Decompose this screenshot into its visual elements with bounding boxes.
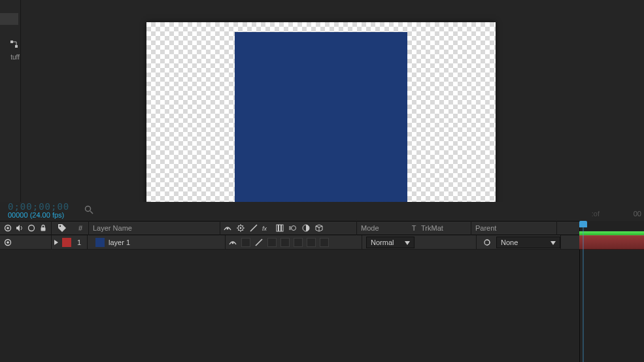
svg-text:fx: fx	[262, 225, 267, 232]
collapse-icon[interactable]	[236, 223, 245, 233]
layer-shy-switch[interactable]	[228, 238, 237, 247]
svg-point-22	[7, 241, 9, 244]
svg-rect-17	[278, 225, 279, 231]
svg-rect-0	[10, 41, 13, 43]
composition-viewer	[21, 0, 644, 221]
svg-point-8	[7, 227, 9, 229]
parent-column-header[interactable]: Parent	[471, 224, 556, 232]
timeline-body[interactable]	[0, 250, 644, 362]
timeline-column-header: # Layer Name fx Mode T TrkMat Parent	[0, 221, 644, 235]
current-timecode[interactable]: 0;00;00;00	[8, 201, 69, 212]
parent-dropdown[interactable]: None	[496, 237, 560, 248]
svg-rect-1	[15, 45, 18, 48]
panel-label-fragment: tuff	[0, 54, 20, 63]
frame-blend-icon[interactable]	[275, 223, 284, 233]
svg-point-12	[227, 228, 229, 230]
layer-switches	[226, 238, 362, 247]
layer-type-icon	[95, 238, 105, 247]
motion-blur-icon[interactable]	[288, 223, 297, 233]
svg-point-14	[240, 227, 242, 229]
layer-motion-blur-switch[interactable]	[294, 238, 303, 247]
quality-icon[interactable]	[249, 223, 258, 233]
layer-duration-bar[interactable]	[579, 235, 644, 250]
solid-layer-preview[interactable]	[235, 32, 407, 210]
lock-column-icon[interactable]	[39, 224, 47, 232]
three-d-icon[interactable]	[314, 223, 324, 233]
layer-collapse-switch[interactable]	[241, 238, 250, 247]
mode-column-header[interactable]: Mode	[357, 224, 408, 232]
svg-rect-10	[41, 227, 46, 231]
layer-adjustment-switch[interactable]	[307, 238, 316, 247]
switches-column-header: fx	[220, 223, 356, 233]
timeline-ruler-label: :of	[592, 210, 600, 218]
layer-quality-switch[interactable]	[254, 238, 263, 247]
search-icon[interactable]	[84, 205, 95, 216]
blend-mode-dropdown[interactable]: Normal	[366, 237, 415, 248]
layer-frame-blend-switch[interactable]	[280, 238, 290, 247]
layer-name-column-header[interactable]: Layer Name	[89, 224, 220, 232]
audio-column-icon[interactable]	[16, 224, 24, 232]
composition-canvas[interactable]	[146, 22, 496, 218]
preserve-transparency-header[interactable]: T	[408, 224, 420, 232]
cti-head[interactable]	[579, 221, 587, 227]
layer-label-color[interactable]	[62, 238, 71, 247]
solo-column-icon[interactable]	[27, 224, 35, 232]
layer-index: 1	[71, 239, 87, 246]
svg-point-6	[86, 206, 91, 212]
track-matte-column-header[interactable]: TrkMat	[420, 224, 471, 232]
parent-value: None	[501, 239, 518, 246]
parent-pickwhip-icon[interactable]	[481, 238, 494, 247]
current-time-indicator[interactable]	[579, 221, 587, 235]
panel-tab[interactable]	[0, 13, 18, 25]
chevron-down-icon	[551, 239, 556, 246]
layer-fx-switch[interactable]	[267, 238, 277, 247]
svg-rect-16	[277, 225, 283, 231]
flowchart-icon[interactable]	[10, 41, 18, 48]
shy-icon[interactable]	[223, 223, 232, 233]
cti-line	[583, 227, 584, 362]
video-column-icon[interactable]	[4, 224, 12, 232]
video-toggle-icon[interactable]	[4, 239, 12, 246]
project-panel: tuff	[0, 0, 21, 221]
layer-row[interactable]: 1 layer 1 Normal None	[0, 235, 644, 250]
svg-point-23	[232, 242, 234, 244]
frame-and-fps[interactable]: 00000 (24.00 fps)	[8, 211, 64, 219]
layer-name[interactable]: layer 1	[109, 239, 225, 246]
adjustment-icon[interactable]	[301, 223, 311, 233]
chevron-down-icon	[405, 239, 410, 246]
layer-3d-switch[interactable]	[320, 238, 329, 247]
timeline-header: 0;00;00;00 00000 (24.00 fps) :of 00	[0, 202, 644, 222]
svg-rect-18	[280, 225, 282, 231]
svg-point-19	[292, 226, 296, 231]
svg-point-9	[29, 225, 35, 231]
index-column-header[interactable]: #	[73, 224, 88, 232]
svg-point-11	[59, 225, 61, 227]
blend-mode-value: Normal	[371, 239, 394, 246]
timeline-ruler-time: 00	[634, 210, 641, 218]
twirl-icon[interactable]	[52, 239, 61, 246]
fx-icon[interactable]: fx	[262, 223, 271, 233]
label-column-icon[interactable]	[58, 223, 67, 233]
